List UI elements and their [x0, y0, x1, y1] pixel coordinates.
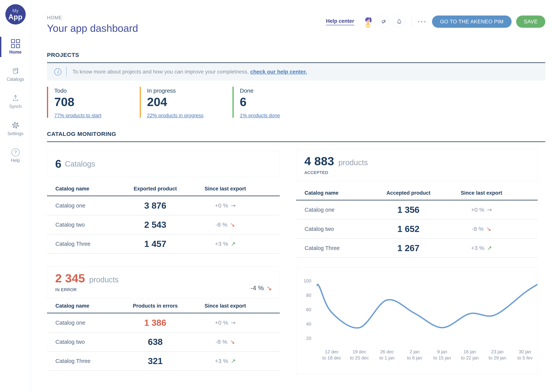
catalog-value: 1 457	[144, 239, 166, 249]
column-header: Exported product	[134, 186, 177, 192]
catalogs-count-label: Catalogs	[65, 160, 95, 168]
table-row: Catalog Three1 267+3 %↗	[296, 239, 538, 258]
stat-link[interactable]: 1% products done	[240, 112, 280, 119]
x-axis-tick: 9 jan	[437, 349, 447, 354]
x-axis-tick: 19 dec	[352, 349, 366, 354]
trend-flat-icon: →	[231, 320, 236, 326]
projects-section-title: PROJECTS	[47, 52, 545, 63]
trend-cell: -8 %↘	[216, 221, 258, 228]
notifications-button[interactable]	[393, 16, 405, 28]
x-axis-tick: 16 jan	[464, 349, 476, 354]
y-axis-tick: 40	[306, 321, 311, 327]
save-button[interactable]: SAVE	[516, 15, 545, 28]
trend-cell: +0 %→	[471, 207, 515, 213]
header-divider	[411, 16, 412, 27]
trend-flat-icon: →	[231, 203, 236, 209]
sidebar-item-help[interactable]: ? Help	[0, 146, 31, 166]
catalog-value: 1 267	[397, 243, 419, 253]
column-header: Since last export	[204, 186, 269, 192]
trend-cell: -8 %↘	[472, 226, 514, 232]
sidebar-item-catalogs[interactable]: Catalogs	[0, 64, 31, 84]
trend-down-icon: ↘	[230, 222, 235, 228]
trend-value: -8 %	[216, 221, 227, 228]
info-banner: i To know more about projects and how yo…	[47, 63, 545, 81]
stat-link[interactable]: 22% products in progress	[147, 112, 203, 119]
sidebar-item-label: Settings	[7, 131, 23, 136]
sidebar-item-label: Help	[11, 158, 20, 163]
stat-link[interactable]: 77% products to start	[54, 112, 102, 119]
trend-down-icon: ↘	[267, 285, 272, 291]
error-products-sub: IN ERROR	[55, 287, 280, 292]
x-axis-tick: to 5 fev	[517, 355, 533, 360]
stat-value: 204	[147, 96, 232, 108]
sidebar-item-label: Catalogs	[7, 77, 24, 82]
line-chart-canvas: 1008060402012 decto 18 dec19 decto 25 de…	[296, 268, 537, 374]
go-to-pim-button[interactable]: GO TO THE AKENEO PIM	[432, 15, 512, 28]
trend-cell: +3 %↗	[215, 241, 259, 247]
table-row: Catalog two638-8 %↘	[47, 332, 280, 352]
table-header-row: Catalog nameExported productSince last e…	[47, 186, 280, 196]
catalog-name: Catalog one	[47, 320, 117, 326]
table-row: Catalog Three1 457+3 %↗	[47, 234, 280, 254]
column-header: Since last export	[204, 303, 269, 309]
banner-text: To know more about projects and how you …	[73, 69, 307, 75]
sidebar-item-home[interactable]: Home	[0, 37, 31, 57]
trend-flat-icon: →	[487, 207, 492, 213]
gear-icon	[11, 121, 20, 130]
bell-icon	[396, 18, 403, 25]
error-products-card: 2 345 products IN ERROR -4 % ↘	[47, 266, 280, 298]
catalog-value: 638	[148, 337, 163, 347]
error-products-count: 2 345	[55, 272, 85, 285]
catalog-value: 1 386	[144, 318, 166, 328]
project-stats: Todo70877% products to startIn progress2…	[47, 87, 545, 118]
announcements-button[interactable]	[378, 16, 389, 28]
sidebar-nav: Home Catalogs Synch	[0, 37, 31, 171]
x-axis-tick: to 29 jan	[488, 355, 506, 360]
catalog-name: Catalog Three	[47, 241, 117, 247]
active-indicator	[0, 37, 1, 57]
y-axis-tick: 80	[306, 293, 311, 298]
catalog-name: Catalog one	[47, 203, 117, 209]
column-header: Catalog name	[47, 186, 117, 192]
error-products-label: products	[89, 275, 119, 284]
main-area: HOME Your app dashboard Help center	[31, 0, 552, 392]
megaphone-icon	[380, 18, 387, 25]
header-actions: Help center	[326, 15, 545, 28]
catalog-value: 3 876	[144, 200, 166, 211]
more-options-icon[interactable]	[417, 19, 426, 24]
help-icon: ?	[12, 148, 20, 156]
catalogs-count-card: 6 Catalogs	[47, 151, 280, 177]
trend-up-icon: ↗	[231, 358, 236, 364]
stat-label: Todo	[54, 87, 140, 94]
column-header: Since last export	[461, 190, 525, 196]
sidebar-item-label: Home	[9, 49, 22, 55]
stat-value: 6	[240, 96, 325, 108]
catalog-name: Catalog two	[296, 226, 369, 232]
trend-cell: +0 %→	[215, 319, 259, 326]
app-logo[interactable]: My App	[5, 4, 26, 25]
trend-value: +3 %	[471, 245, 484, 251]
catalog-name: Catalog Three	[296, 245, 369, 251]
column-header: Catalog name	[296, 190, 369, 196]
exported-products-table: Catalog nameExported productSince last e…	[47, 186, 280, 254]
catalog-value: 1 356	[397, 205, 419, 215]
home-icon	[11, 39, 20, 48]
sidebar-item-settings[interactable]: Settings	[0, 118, 31, 139]
info-icon: i	[54, 68, 61, 75]
stat-block-in-progress: In progress20422% products in progress	[140, 87, 232, 118]
monitoring-section-title: CATALOG MONITORING	[47, 131, 545, 142]
avatar[interactable]	[362, 16, 374, 27]
x-axis-tick: 12 dec	[325, 349, 339, 354]
help-center-link[interactable]: Help center	[326, 18, 354, 25]
sidebar-item-synch[interactable]: Synch	[0, 91, 31, 112]
app-logo-line2: App	[8, 14, 22, 21]
stat-label: Done	[240, 87, 325, 94]
table-row: Catalog Three321+3 %↗	[47, 352, 280, 371]
trend-value: -8 %	[216, 339, 227, 345]
catalogs-icon	[11, 66, 20, 75]
chart-line-series	[317, 284, 537, 328]
x-axis-tick: 30 jan	[519, 349, 531, 354]
monitoring-left-column: 6 Catalogs Catalog nameExported productS…	[47, 142, 280, 374]
upload-icon	[11, 94, 20, 102]
help-center-banner-link[interactable]: check our help center.	[250, 69, 307, 75]
